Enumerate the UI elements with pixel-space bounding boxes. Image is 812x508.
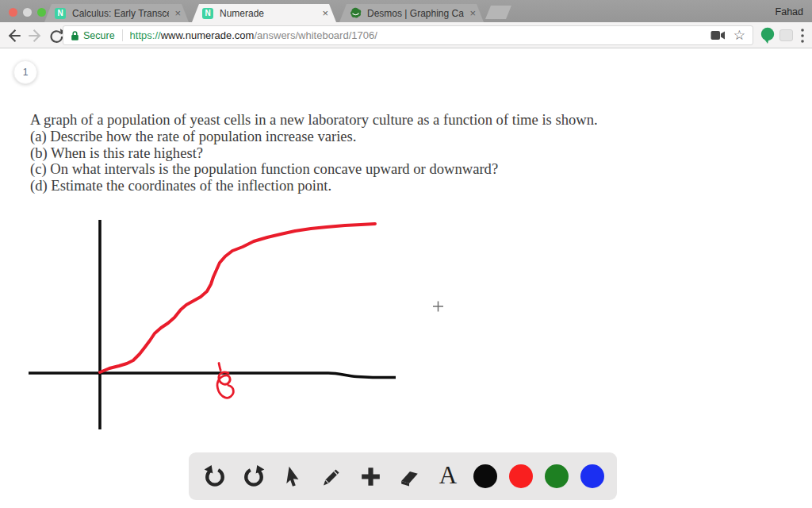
add-button[interactable] xyxy=(357,463,384,490)
eraser-button[interactable] xyxy=(396,463,423,490)
pencil-button[interactable] xyxy=(318,463,345,490)
text-tool-button[interactable]: A xyxy=(435,463,462,490)
redo-button[interactable] xyxy=(240,463,267,490)
browser-window: N Calculus: Early Transcendenta × N Nume… xyxy=(0,0,812,508)
color-red-button[interactable] xyxy=(509,464,533,488)
drawing-toolbar: A xyxy=(189,452,617,500)
undo-button[interactable] xyxy=(201,463,228,490)
figure8-squiggle xyxy=(217,372,233,398)
select-cursor-button[interactable] xyxy=(279,463,306,490)
tick-mark xyxy=(219,364,220,371)
growth-curve xyxy=(100,224,375,372)
color-blue-button[interactable] xyxy=(580,464,604,488)
color-green-button[interactable] xyxy=(545,464,569,488)
color-black-button[interactable] xyxy=(473,464,497,488)
whiteboard-canvas[interactable] xyxy=(0,0,812,508)
x-axis xyxy=(29,373,396,378)
